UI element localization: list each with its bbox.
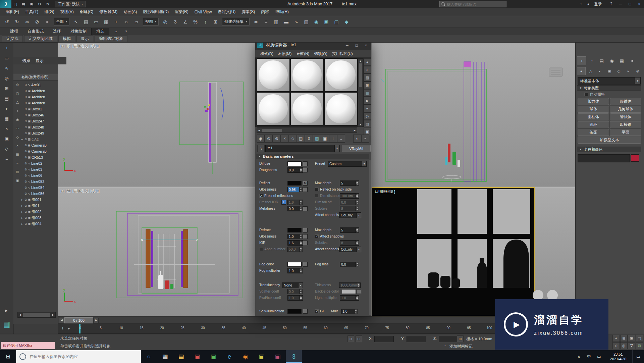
3dsmax-taskbar-icon[interactable]: 3 (286, 350, 302, 363)
ime-indicator[interactable]: 中 (584, 350, 594, 363)
abbe-number-checkbox[interactable] (259, 247, 263, 251)
redo-icon[interactable]: ↻ (12, 17, 22, 27)
eye-icon[interactable]: ⊙ (24, 132, 27, 135)
video-color-check-icon[interactable]: ▥ (364, 89, 371, 97)
cortana-icon[interactable]: ○ (141, 350, 157, 363)
autogrid-checkbox[interactable] (584, 93, 588, 96)
y-coordinate-input[interactable] (407, 336, 426, 342)
object-type-button-item-7[interactable]: 圆环 (578, 121, 609, 128)
dim-distance-checkbox[interactable] (315, 194, 319, 198)
expand-arrow-icon[interactable]: ▸ (21, 198, 24, 201)
undo-icon[interactable]: ↺ (2, 17, 12, 27)
select-and-move-icon[interactable]: + (111, 17, 121, 27)
absolute-offset-toggle-icon[interactable]: ⊞ (457, 335, 464, 342)
refract-color-swatch[interactable] (287, 228, 302, 232)
ribbon-panel-item[interactable]: 定义流 (2, 35, 23, 42)
abbe-number-spinner[interactable]: 50.0 (287, 247, 303, 252)
cameras-category-icon[interactable]: ▣ (605, 67, 614, 75)
z-coordinate-input[interactable] (439, 336, 458, 342)
ior-map-button[interactable] (303, 241, 308, 245)
scroll-left-icon[interactable]: ◀ (257, 128, 261, 133)
3dsmax-logo[interactable]: 3 (0, 0, 11, 8)
preset-dropdown[interactable]: Custom▼ (328, 161, 367, 167)
material-editor-menu-m[interactable]: 材质(M) (276, 51, 294, 56)
eye-icon[interactable]: ⊙ (24, 192, 27, 195)
taskbar-search-input[interactable] (29, 354, 141, 359)
list-item[interactable]: ▸⊙▣组001 (21, 197, 58, 203)
firefox-browser-icon[interactable]: ◉ (237, 350, 254, 363)
glossiness-map-button[interactable] (303, 234, 308, 239)
geometry-category-icon[interactable]: ● (577, 67, 586, 75)
explorer-filter-icon[interactable]: ▦ (14, 152, 20, 158)
list-item[interactable]: ▸⊙▣组003 (21, 215, 58, 221)
rendered-frame-window-icon[interactable]: ▢ (332, 17, 341, 27)
sample-tiling-icon[interactable]: ⊞ (364, 82, 371, 89)
roughness-spinner[interactable]: 0.0 (287, 167, 303, 173)
named-selection-sets-dropdown[interactable]: 创建选择集▾ (222, 18, 250, 25)
bind-to-spacewarp-icon[interactable]: ≈ (42, 17, 52, 27)
me-maximize-icon[interactable]: □ (352, 42, 361, 49)
reference-coordinate-dropdown[interactable]: 视图▾ (143, 18, 159, 25)
eye-icon[interactable]: ⊙ (24, 119, 27, 123)
zoom-icon[interactable]: + (612, 335, 620, 342)
left-toolbar-icon[interactable]: ∿ (2, 64, 11, 72)
mult-spinner[interactable]: 1.0 (341, 309, 358, 314)
redo-icon[interactable]: ↻ (44, 0, 52, 8)
fresnel-ior-spinner[interactable]: 1.6 (287, 200, 303, 205)
menu-item-5[interactable]: 创建(C) (77, 8, 97, 16)
thickness-spinner[interactable]: 1000.0mm (339, 282, 361, 288)
unlink-selection-icon[interactable]: ⊘ (32, 17, 42, 27)
material-sample-slot[interactable] (290, 92, 324, 125)
affect-shadows-checkbox[interactable]: ✓ (315, 235, 319, 238)
edge-browser-icon[interactable]: e (221, 350, 237, 363)
roughness-map-button[interactable] (303, 168, 308, 172)
help-icon[interactable]: ? (606, 0, 616, 8)
eye-icon[interactable]: ⊙ (24, 156, 27, 159)
open-mini-curve-editor-icon[interactable]: ‖ (60, 326, 65, 331)
list-item[interactable]: ▸⊙▦CAD (21, 136, 58, 142)
eye-icon[interactable]: ⊙ (24, 186, 27, 189)
background-icon[interactable]: ▨ (364, 74, 371, 81)
left-toolbar-icon[interactable]: ◐ (2, 104, 11, 113)
object-type-rollout[interactable]: ▼ 对象类型 (577, 85, 641, 91)
eye-icon[interactable]: ⊙ (24, 125, 27, 129)
layer-manager-icon[interactable]: ▥ (271, 17, 281, 27)
list-item[interactable]: ⊙∿Line02 (21, 160, 58, 166)
list-item[interactable]: ▸⊙▣组01 (21, 203, 58, 209)
reflect-map-button[interactable]: M (303, 181, 308, 186)
eye-icon[interactable]: ⊙ (24, 101, 27, 105)
menu-item-9[interactable]: 渲染(R) (172, 8, 192, 16)
eye-icon[interactable]: ⊙ (24, 89, 27, 93)
max-depth-spinner[interactable]: 5 (340, 227, 359, 233)
metalness-map-button[interactable] (303, 206, 308, 211)
material-sample-slot[interactable] (324, 92, 358, 125)
app-icon-green[interactable]: ▣ (205, 350, 221, 363)
select-and-rotate-icon[interactable]: ○ (121, 17, 131, 27)
use-pivot-point-icon[interactable]: ◎ (160, 17, 170, 27)
eye-icon[interactable]: ⊙ (24, 198, 27, 201)
expand-arrow-icon[interactable]: ▸ (21, 138, 24, 141)
utilities-tab-icon[interactable]: ≈ (627, 56, 637, 65)
select-by-name-icon[interactable]: ▤ (81, 17, 91, 27)
menu-item-6[interactable]: 修改器(M) (96, 8, 120, 16)
list-item[interactable]: ⊙∿Arc01 (21, 82, 58, 88)
viewport-camera-label[interactable]: 认明暗处理 ] (375, 189, 395, 194)
material-map-navigator-icon[interactable]: ▤ (364, 120, 371, 127)
maximize-viewport-toggle-icon[interactable]: ⊡ (636, 342, 643, 349)
hierarchy-tab-icon[interactable]: ▤ (597, 56, 606, 65)
action-center-icon[interactable]: ▭ (632, 350, 644, 363)
taskbar-search-box[interactable] (16, 350, 141, 363)
workspace-dropdown[interactable]: 工作区: 默认 ▾ (55, 1, 86, 7)
show-end-result-icon[interactable]: ▣ (321, 135, 329, 143)
systems-category-icon[interactable]: ⊚ (633, 67, 642, 75)
save-file-icon[interactable]: ▣ (28, 0, 36, 8)
reset-map-icon[interactable]: × (281, 135, 289, 143)
material-editor-menu-u[interactable]: 实用程序(U) (330, 51, 355, 56)
ribbon-tab-item[interactable]: 建模 (5, 28, 23, 35)
eye-icon[interactable]: ⊙ (24, 210, 27, 213)
expand-arrow-icon[interactable]: ▸ (21, 210, 24, 213)
eye-icon[interactable]: ⊙ (24, 113, 27, 117)
eye-icon[interactable]: ⊙ (24, 144, 27, 147)
object-type-button-wide[interactable]: 加强型文本 (578, 137, 641, 144)
object-name-input[interactable] (578, 154, 630, 162)
